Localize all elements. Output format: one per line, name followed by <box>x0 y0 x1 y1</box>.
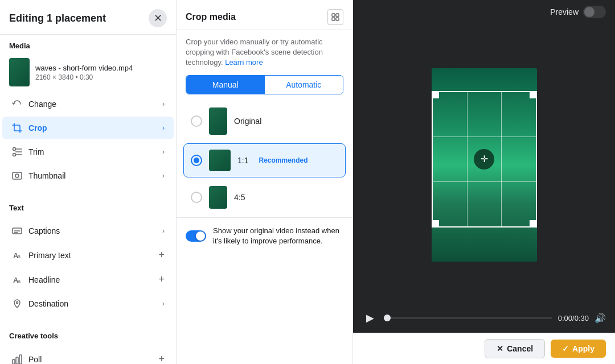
video-area: ✛ <box>353 24 615 305</box>
text-section: Text <box>0 197 176 219</box>
toggle-row: Show your original video instead when it… <box>177 217 352 254</box>
svg-rect-15 <box>13 359 15 364</box>
menu-item-captions[interactable]: Captions › <box>2 220 174 242</box>
toggle-knob <box>196 231 205 241</box>
apply-button[interactable]: ✓ Apply <box>551 340 606 358</box>
learn-more-link[interactable]: Learn more <box>225 58 263 67</box>
apply-label: Apply <box>572 344 594 353</box>
chevron-icon: › <box>162 100 165 108</box>
video-background: ✛ <box>432 68 537 262</box>
creative-section-label: Creative tools <box>9 332 167 340</box>
menu-label-change: Change <box>28 100 157 109</box>
cancel-x-icon: ✕ <box>497 344 503 353</box>
cancel-label: Cancel <box>507 344 533 353</box>
corner-tl[interactable] <box>432 92 439 98</box>
grid-line-v1 <box>467 92 468 226</box>
crop-header: Crop media <box>177 0 352 30</box>
close-button[interactable]: ✕ <box>149 9 167 27</box>
media-item: waves - short-form video.mp4 2160 × 3840… <box>9 55 167 90</box>
svg-rect-5 <box>13 172 22 179</box>
tab-manual[interactable]: Manual <box>186 76 265 94</box>
text-section-label: Text <box>9 204 167 212</box>
menu-item-trim[interactable]: Trim › <box>2 140 174 163</box>
corner-br[interactable] <box>530 220 536 227</box>
chevron-icon-captions: › <box>162 227 165 235</box>
crop-icon <box>11 122 23 134</box>
media-info: waves - short-form video.mp4 2160 × 3840… <box>35 64 167 81</box>
play-button[interactable]: ▶ <box>362 310 378 326</box>
crop-overlay[interactable]: ✛ <box>432 91 537 228</box>
menu-item-destination[interactable]: Destination › <box>2 292 174 315</box>
menu-item-headline[interactable]: A a Headline + <box>2 268 174 291</box>
corner-tr[interactable] <box>530 92 536 98</box>
crop-expand-icon[interactable] <box>327 9 343 25</box>
apply-check-icon: ✓ <box>562 344 569 353</box>
menu-label-captions: Captions <box>28 226 157 235</box>
menu-item-thumbnail[interactable]: Thumbnail › <box>2 164 174 187</box>
ratio-thumb-1-1 <box>209 150 231 171</box>
crop-title: Crop media <box>186 12 236 22</box>
grid-line-h2 <box>433 181 536 182</box>
media-thumbnail <box>9 58 30 86</box>
svg-rect-16 <box>16 357 18 364</box>
grid-line-v2 <box>501 92 502 226</box>
volume-button[interactable]: 🔊 <box>594 313 606 324</box>
svg-text:a: a <box>18 254 20 259</box>
ratio-label-1-1: 1:1 <box>237 156 248 165</box>
preview-bar: Preview <box>353 0 615 24</box>
chevron-icon-trim: › <box>162 148 165 156</box>
change-icon <box>11 98 23 110</box>
ratio-label-original: Original <box>234 117 261 126</box>
toggle-performance[interactable] <box>186 230 206 242</box>
menu-label-trim: Trim <box>28 147 157 156</box>
corner-bl[interactable] <box>432 220 439 227</box>
chevron-icon-destination: › <box>162 300 165 308</box>
menu-item-change[interactable]: Change › <box>2 93 174 115</box>
progress-dot <box>384 315 391 321</box>
grid-line-h1 <box>433 136 536 137</box>
left-panel: Editing 1 placement ✕ Media waves - shor… <box>0 0 177 364</box>
radio-inner-1-1 <box>194 158 199 163</box>
radio-original <box>191 115 202 127</box>
svg-rect-22 <box>332 14 335 16</box>
ratio-item-4-5[interactable]: 4:5 <box>183 180 346 215</box>
crop-description: Crop your video manually or try automati… <box>177 30 352 75</box>
svg-point-6 <box>15 174 19 177</box>
menu-item-primary-text[interactable]: A a Primary text + <box>2 243 174 267</box>
menu-item-poll[interactable]: Poll + <box>2 348 174 364</box>
cancel-button[interactable]: ✕ Cancel <box>485 339 545 358</box>
svg-rect-23 <box>336 14 339 16</box>
ratio-item-original[interactable]: Original <box>183 101 346 141</box>
destination-icon <box>11 298 23 309</box>
progress-track[interactable] <box>384 317 552 319</box>
svg-rect-25 <box>336 18 339 20</box>
menu-label-thumbnail: Thumbnail <box>28 171 157 180</box>
menu-label-primary-text: Primary text <box>28 251 153 260</box>
ratio-thumb-4-5 <box>209 186 227 209</box>
time-label: 0:00/0:30 <box>558 314 589 322</box>
media-meta: 2160 × 3840 • 0:30 <box>35 73 167 81</box>
svg-point-14 <box>17 302 18 304</box>
preview-toggle-knob <box>584 7 594 17</box>
radio-4-5 <box>191 192 202 203</box>
svg-rect-17 <box>19 355 22 364</box>
preview-panel: Preview ✛ <box>353 0 615 364</box>
move-icon: ✛ <box>481 154 488 164</box>
poll-icon <box>11 354 23 365</box>
preview-toggle[interactable] <box>583 6 606 18</box>
menu-label-crop: Crop <box>28 123 157 133</box>
ratio-badge-recommended: Recommended <box>259 156 308 164</box>
ratio-thumb-original <box>209 107 227 135</box>
menu-label-headline: Headline <box>28 275 153 284</box>
menu-item-crop[interactable]: Crop › <box>2 117 174 139</box>
media-section-label: Media <box>9 42 167 50</box>
close-icon: ✕ <box>154 12 162 24</box>
plus-icon-primary-text: + <box>158 249 165 261</box>
thumbnail-icon <box>11 170 23 181</box>
toggle-text: Show your original video instead when it… <box>213 226 343 246</box>
chevron-icon-crop: › <box>162 124 165 132</box>
tab-automatic[interactable]: Automatic <box>265 76 343 94</box>
move-handle[interactable]: ✛ <box>474 149 494 169</box>
panel-title: Editing 1 placement <box>9 13 106 24</box>
ratio-item-1-1[interactable]: 1:1 Recommended <box>183 143 346 177</box>
